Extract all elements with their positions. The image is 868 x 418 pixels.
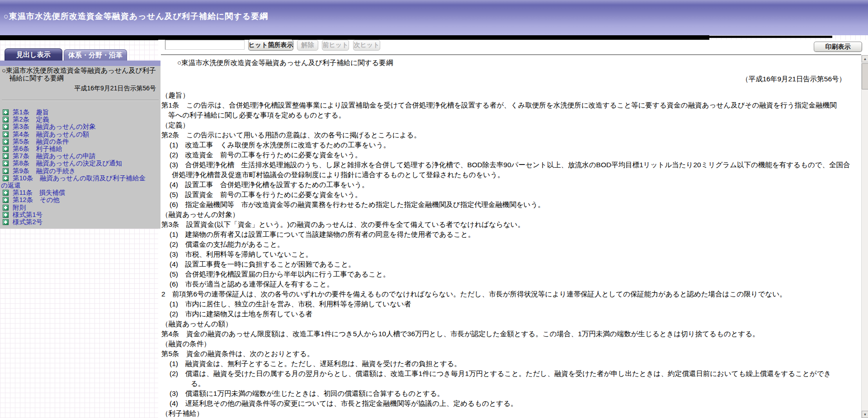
vertical-scrollbar[interactable]: ▲ ▼ xyxy=(861,55,868,418)
expand-plus-icon[interactable] xyxy=(3,146,9,152)
scroll-up-button[interactable]: ▲ xyxy=(862,55,868,62)
sidebar-panel: ○東温市水洗便所改造資金等融資あっせん及び利子補給に関する要綱 平成16年9月2… xyxy=(0,66,160,229)
doc-line: (1) 建築物の所有者又は設置工事について当該建築物の所有者の同意を得た使用者で… xyxy=(161,230,861,240)
document-promulgation: （平成16年9月21日告示第56号） xyxy=(161,74,861,84)
doc-line: 2 前項第6号の連帯保証人は、次の各号のいずれかの要件を備えるものでなければなら… xyxy=(161,289,861,299)
arrow-down-icon: ▼ xyxy=(863,413,867,417)
page-title: ○東温市水洗便所改造資金等融資あっせん及び利子補給に関する要綱 xyxy=(4,11,268,22)
expand-plus-icon[interactable] xyxy=(3,168,9,174)
expand-plus-icon[interactable] xyxy=(3,212,9,218)
tab-structure-field-history[interactable]: 体系・分野・沿革 xyxy=(64,49,127,61)
clear-button[interactable]: 解除 xyxy=(297,40,318,51)
expand-plus-icon[interactable] xyxy=(3,109,9,115)
toc-item-link[interactable]: 第4条 融資あっせんの額 xyxy=(0,131,160,138)
doc-line: 併処理浄化槽普及促進市町村協議会の登録制度により指針に適合するものとして登録され… xyxy=(161,170,861,180)
doc-line: (4) 設置工事費を一時に負担することが困難であること。 xyxy=(161,259,861,269)
toc-item-link[interactable]: 第6条 利子補給 xyxy=(0,145,160,152)
doc-line: (5) 合併処理浄化槽設置届の日から半年以内に行う工事であること。 xyxy=(161,269,861,279)
expand-plus-icon[interactable] xyxy=(3,153,9,159)
doc-line: (3) 市税、利用料等を滞納していないこと。 xyxy=(161,249,861,259)
toc-item-link[interactable]: 第3条 融資あっせんの対象 xyxy=(0,123,160,130)
doc-line: (3) 合併処理浄化槽 生活排水処理施設のうち、し尿と雑排水を合併して処理する浄… xyxy=(161,160,861,170)
toc-item-link[interactable]: 第12条 その他 xyxy=(0,196,160,203)
toc-item-link[interactable]: 第8条 融資あっせんの決定及び通知 xyxy=(0,160,160,167)
arrow-up-icon: ▲ xyxy=(863,57,867,61)
doc-line: 第3条 設置資金(以下「資金」という。)の融資のあっせんは、次の要件を全て備えて… xyxy=(161,220,861,230)
prev-hit-button[interactable]: 前ヒット xyxy=(322,40,349,51)
expand-plus-icon[interactable] xyxy=(3,117,9,122)
doc-line: （融資あっせんの対象） xyxy=(161,210,861,220)
doc-line: (4) 設置工事 合併処理浄化槽を設置するための工事をいう。 xyxy=(161,180,861,190)
doc-line: （定義） xyxy=(161,120,861,130)
sidebar-separator xyxy=(2,100,159,101)
sidebar-promulgation-date: 平成16年9月21日告示第56号 xyxy=(0,85,156,92)
toc-item-wrap-line[interactable]: の返還 xyxy=(0,182,160,189)
next-hit-button[interactable]: 次ヒット xyxy=(353,40,380,51)
toc-item-link[interactable]: 第9条 融資の手続き xyxy=(0,167,160,174)
hit-highlight-button[interactable]: ヒット箇所表示 xyxy=(248,39,293,51)
tab-heading-view[interactable]: 見出し表示 xyxy=(5,48,62,61)
expand-plus-icon[interactable] xyxy=(3,190,9,196)
expand-plus-icon[interactable] xyxy=(3,197,9,203)
sidebar-top-band xyxy=(0,61,160,66)
toc-item-link[interactable]: 第7条 融資あっせんの申請 xyxy=(0,152,160,160)
document-title: ○東温市水洗便所改造資金等融資あっせん及び利子補給に関する要綱 xyxy=(161,58,861,68)
doc-line: (2) 改造資金 前号の工事を行うために必要な資金をいう。 xyxy=(161,150,861,160)
expand-plus-icon[interactable] xyxy=(3,205,9,211)
toc-item-link[interactable]: 第1条 趣旨 xyxy=(0,108,160,116)
print-button[interactable]: 印刷表示 xyxy=(814,42,862,52)
doc-line: （融資の条件） xyxy=(161,339,861,349)
toc-item-link[interactable]: 第2条 定義 xyxy=(0,116,160,123)
doc-line: 第1条 この告示は、合併処理浄化槽設置整備事業により設置補助金を受けて合併処理浄… xyxy=(161,100,861,110)
toc-item-link[interactable]: 第11条 損失補償 xyxy=(0,189,160,196)
doc-line: (1) 融資資金は、無利子とすること。ただし、遅延利息は、融資を受けた者の負担と… xyxy=(161,359,861,369)
doc-line: (2) 市内に建築物又は土地を所有している者 xyxy=(161,309,861,319)
doc-line: （趣旨） xyxy=(161,90,861,100)
expand-plus-icon[interactable] xyxy=(3,160,9,166)
spacer xyxy=(161,84,861,90)
scroll-down-button[interactable]: ▼ xyxy=(862,411,868,418)
header-divider-bar-thin xyxy=(709,36,832,38)
expand-plus-icon[interactable] xyxy=(3,132,9,137)
doc-line: 第4条 資金の融資のあっせん限度額は、改造工事1件につき5人から10人槽で36万… xyxy=(161,329,861,339)
doc-line: (3) 償還額に1万円未満の端数が生じたときは、初回の償還額に合算するものとする… xyxy=(161,389,861,399)
doc-line: （利子補給） xyxy=(161,409,861,418)
expand-plus-icon[interactable] xyxy=(3,175,9,181)
document-body: （趣旨）第1条 この告示は、合併処理浄化槽設置整備事業により設置補助金を受けて合… xyxy=(161,90,861,418)
sidebar-law-title: ○東温市水洗便所改造資金等融資あっせん及び利子補給に関する要綱 xyxy=(2,66,160,82)
toc-item-link[interactable]: 第10条 融資あっせんの取消及び利子補給金 xyxy=(0,174,160,182)
search-input[interactable] xyxy=(165,40,245,50)
toc-item-link[interactable]: 附則 xyxy=(0,204,160,211)
toc-item-link[interactable]: 様式第1号 xyxy=(0,211,160,218)
spacer xyxy=(161,68,861,74)
doc-line: (1) 市内に居住し、独立の生計を営み、市税、利用料等を滞納していない者 xyxy=(161,299,861,309)
doc-line: る。 xyxy=(161,379,861,389)
doc-line: (2) 償還金の支払能力があること。 xyxy=(161,240,861,249)
header-bar: ○東温市水洗便所改造資金等融資あっせん及び利子補給に関する要綱 xyxy=(0,0,868,35)
doc-line: (6) 指定金融機関等 市が改造資金等の融資業務を行わせるため指定した指定金融機… xyxy=(161,200,861,210)
expand-plus-icon[interactable] xyxy=(3,139,9,145)
scrollbar-thumb[interactable] xyxy=(862,63,868,89)
toc-item-link[interactable]: 様式第2号 xyxy=(0,218,160,225)
doc-line: (2) 償還は、融資を受けた日の属する月の翌月からとし、償還額は、改造工事1件に… xyxy=(161,369,861,379)
doc-line: 第2条 この告示において用いる用語の意義は、次の各号に掲げるところによる。 xyxy=(161,130,861,140)
doc-line: (1) 改造工事 くみ取便所を水洗便所に改造するための工事をいう。 xyxy=(161,140,861,150)
doc-line: (5) 設置資金 前号の工事を行うために必要な資金をいう。 xyxy=(161,190,861,200)
doc-line: (4) 遅延利息その他の融資条件等の変更については、市長と指定金融機関等が協議の… xyxy=(161,399,861,409)
doc-line: 第5条 資金の融資条件は、次のとおりとする。 xyxy=(161,349,861,359)
doc-line: (6) 市長が適当と認める連帯保証人を有すること。 xyxy=(161,279,861,289)
doc-line: （融資あっせんの額） xyxy=(161,319,861,329)
toc-list: 第1条 趣旨第2条 定義第3条 融資あっせんの対象第4条 融資あっせんの額第5条… xyxy=(0,108,160,225)
toc-item-link[interactable]: 第5条 融資の条件 xyxy=(0,138,160,145)
expand-plus-icon[interactable] xyxy=(3,219,9,225)
doc-line: 等への利子補給に関し必要な事項を定めるものとする。 xyxy=(161,110,861,120)
expand-plus-icon[interactable] xyxy=(3,124,9,130)
document-pane: ○東温市水洗便所改造資金等融資あっせん及び利子補給に関する要綱 （平成16年9月… xyxy=(161,54,861,418)
